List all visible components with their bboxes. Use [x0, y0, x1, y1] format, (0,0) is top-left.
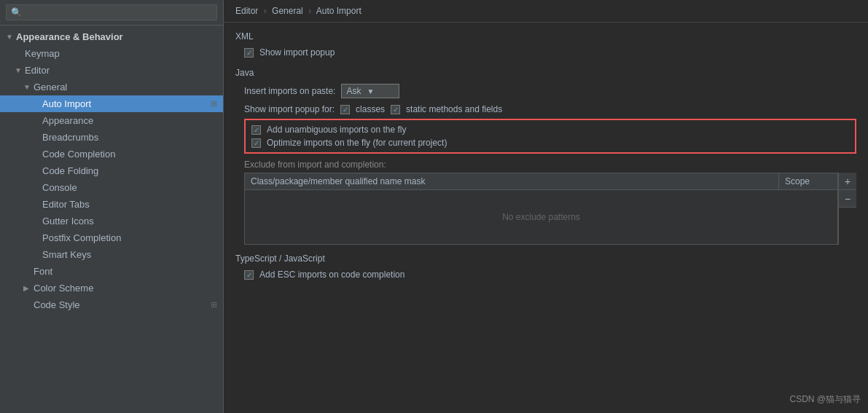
sidebar-item-label: Breadcrumbs [42, 132, 98, 143]
sidebar-item-label: Font [34, 266, 52, 277]
sidebar-item-label: Editor [25, 65, 50, 76]
sidebar-tree: ▼ Appearance & Behavior Keymap ▼ Editor … [0, 25, 223, 413]
spacer [32, 150, 39, 158]
sidebar-item-smart-keys[interactable]: Smart Keys [0, 246, 223, 263]
toggle-icon: ▶ [23, 284, 31, 292]
optimize-imports-label: Optimize imports on the fly (for current… [267, 138, 447, 148]
sidebar-item-gutter-icons[interactable]: Gutter Icons [0, 213, 223, 229]
dropdown-arrow-icon: ▼ [367, 87, 374, 95]
typescript-section: TypeScript / JavaScript Add ESC imports … [235, 253, 856, 280]
spacer [23, 301, 31, 309]
table-col2-header: Scope [779, 173, 837, 189]
sidebar-item-label: Gutter Icons [42, 216, 94, 227]
spacer [32, 251, 39, 259]
sidebar-item-editor-tabs[interactable]: Editor Tabs [0, 196, 223, 213]
optimize-imports-row: Optimize imports on the fly (for current… [251, 138, 849, 148]
spacer [32, 184, 39, 192]
spacer [32, 100, 39, 108]
sidebar-item-code-folding[interactable]: Code Folding [0, 162, 223, 179]
sidebar-item-label: Code Completion [42, 149, 115, 160]
ts-add-esc-row: Add ESC imports on code completion [235, 270, 856, 280]
sidebar-item-label: Color Scheme [34, 283, 93, 294]
show-popup-for-row: Show import popup for: classes static me… [235, 104, 856, 114]
sidebar-item-code-completion[interactable]: Code Completion [0, 146, 223, 162]
xml-show-import-popup-label: Show import popup [259, 47, 335, 58]
sidebar-item-label: General [34, 82, 67, 93]
breadcrumb: Editor › General › Auto Import [224, 0, 868, 23]
sidebar-item-postfix-completion[interactable]: Postfix Completion [0, 229, 223, 246]
ts-add-esc-label: Add ESC imports on code completion [259, 270, 404, 280]
settings-icon: ⊞ [211, 300, 217, 310]
search-bar[interactable] [0, 0, 223, 25]
classes-label: classes [356, 104, 385, 114]
sidebar-item-label: Appearance & Behavior [16, 31, 123, 42]
xml-section-title: XML [235, 31, 856, 42]
sidebar-item-label: Smart Keys [42, 249, 91, 260]
spacer [32, 133, 39, 141]
settings-content: XML Show import popup Java Insert import… [224, 23, 868, 413]
main-content: Editor › General › Auto Import XML Show … [224, 0, 868, 413]
spacer [32, 117, 39, 125]
toggle-icon: ▼ [6, 33, 13, 41]
sidebar-item-label: Editor Tabs [42, 199, 90, 210]
sidebar-item-code-style[interactable]: Code Style ⊞ [0, 296, 223, 313]
java-section-title: Java [235, 68, 856, 78]
exclude-table: Class/package/member qualified name mask… [244, 173, 838, 245]
search-input[interactable] [6, 4, 217, 20]
sidebar-item-appearance-behavior[interactable]: ▼ Appearance & Behavior [0, 28, 223, 45]
sidebar-item-editor[interactable]: ▼ Editor [0, 62, 223, 79]
ts-add-esc-checkbox[interactable] [244, 270, 254, 280]
sidebar: ▼ Appearance & Behavior Keymap ▼ Editor … [0, 0, 224, 413]
insert-imports-row: Insert imports on paste: Ask ▼ [235, 84, 856, 98]
sidebar-item-console[interactable]: Console [0, 179, 223, 196]
sidebar-item-label: Appearance [42, 115, 93, 126]
typescript-section-title: TypeScript / JavaScript [235, 253, 856, 264]
breadcrumb-part-auto-import: Auto Import [316, 6, 361, 16]
optimize-imports-checkbox[interactable] [251, 138, 261, 148]
remove-pattern-button[interactable]: − [839, 190, 856, 208]
sidebar-item-auto-import[interactable]: Auto Import ⊞ [0, 95, 223, 112]
sidebar-item-label: Auto Import [42, 98, 91, 109]
sidebar-item-label: Keymap [25, 48, 60, 59]
exclude-label: Exclude from import and completion: [235, 160, 856, 170]
table-col1-header: Class/package/member qualified name mask [245, 173, 779, 189]
breadcrumb-sep-2: › [308, 6, 311, 16]
xml-show-import-popup-row: Show import popup [235, 47, 856, 58]
spacer [15, 50, 22, 58]
add-unambiguous-checkbox[interactable] [251, 125, 261, 135]
toggle-icon: ▼ [15, 66, 22, 74]
spacer [23, 267, 31, 275]
spacer [32, 217, 39, 225]
add-pattern-button[interactable]: + [839, 173, 856, 190]
table-action-buttons: + − [838, 173, 856, 245]
exclude-table-container: Class/package/member qualified name mask… [235, 173, 856, 245]
classes-checkbox[interactable] [340, 105, 350, 114]
breadcrumb-sep-1: › [264, 6, 267, 16]
sidebar-item-color-scheme[interactable]: ▶ Color Scheme [0, 280, 223, 296]
sidebar-item-font[interactable]: Font [0, 263, 223, 280]
add-unambiguous-row: Add unambiguous imports on the fly [251, 125, 849, 135]
breadcrumb-part-editor: Editor [235, 6, 258, 16]
breadcrumb-part-general: General [272, 6, 303, 16]
spacer [32, 234, 39, 242]
sidebar-item-label: Code Folding [42, 165, 98, 176]
table-header: Class/package/member qualified name mask… [245, 173, 837, 190]
no-patterns-label: No exclude patterns [245, 190, 837, 244]
insert-imports-label: Insert imports on paste: [244, 86, 335, 96]
settings-icon: ⊞ [211, 99, 217, 109]
dropdown-value: Ask [346, 86, 361, 96]
sidebar-item-label: Console [42, 182, 77, 193]
show-popup-for-label: Show import popup for: [244, 104, 335, 114]
add-unambiguous-label: Add unambiguous imports on the fly [267, 125, 406, 135]
static-methods-checkbox[interactable] [391, 105, 400, 114]
xml-show-import-popup-checkbox[interactable] [244, 48, 254, 58]
exclude-section: Exclude from import and completion: Clas… [235, 160, 856, 245]
static-methods-label: static methods and fields [406, 104, 502, 114]
sidebar-item-appearance[interactable]: Appearance [0, 112, 223, 129]
sidebar-item-general[interactable]: ▼ General [0, 79, 223, 95]
insert-imports-dropdown[interactable]: Ask ▼ [341, 84, 399, 98]
sidebar-item-keymap[interactable]: Keymap [0, 45, 223, 62]
spacer [32, 167, 39, 175]
sidebar-item-breadcrumbs[interactable]: Breadcrumbs [0, 129, 223, 146]
toggle-icon: ▼ [23, 83, 31, 91]
